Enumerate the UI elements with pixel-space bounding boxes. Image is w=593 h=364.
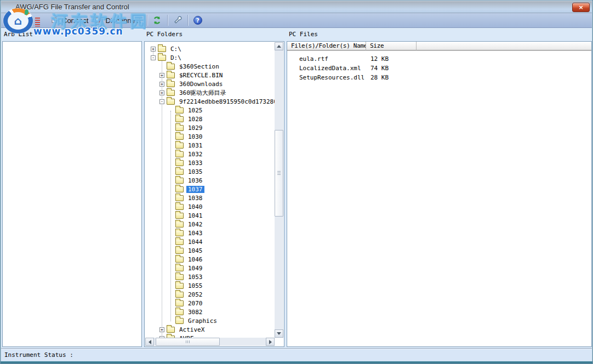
settings-button[interactable] [170,14,185,26]
tree-item-label: 1035 [186,168,204,175]
folder-icon [175,204,184,210]
tree-item[interactable]: 1055 [145,281,275,290]
tree-item-label: 1055 [186,282,204,289]
tree-item[interactable]: 1025 [145,106,275,115]
folder-icon [175,213,184,219]
tree-item[interactable]: - 9f2214edbbe8915950c0d173280581 [145,97,275,106]
tree-item[interactable]: 3082 [145,308,275,316]
tree-expander[interactable]: + [159,82,164,87]
folder-icon [175,292,184,298]
column-header-name[interactable]: File(s)/Folder(s) Name [287,42,366,50]
tree-item[interactable]: 1028 [145,115,275,123]
tree-item-label: ActiveX [178,326,206,333]
tree-item[interactable]: 1045 [145,246,275,255]
scroll-right-icon [269,340,272,344]
tree-item-label: 360Downloads [178,81,224,88]
tree-vertical-scrollbar[interactable] [275,42,283,338]
file-row[interactable]: LocalizedData.xml 74 KB [287,64,591,73]
help-button[interactable]: ? [191,14,205,26]
tree-item-label: 1036 [186,177,204,184]
folder-icon [175,221,184,228]
folder-icon [167,64,175,70]
folder-icon [175,230,184,236]
tree-item[interactable]: 1037 [145,185,275,194]
tree-item[interactable]: 1036 [145,176,275,185]
tree-expander[interactable]: - [159,99,164,104]
tree-item[interactable]: + AVRF [145,334,275,338]
file-name: LocalizedData.xml [287,65,366,72]
tree-item[interactable]: + 360Downloads [145,79,275,88]
tree-item[interactable]: 1038 [145,194,275,202]
title-bar[interactable]: AWG/AFG File Transfer and Control × [1,1,592,13]
scroll-up-button[interactable] [275,42,283,50]
tree-horizontal-scrollbar[interactable] [145,338,275,346]
arb-list-box[interactable] [2,41,142,347]
disconnect-icon [95,16,102,24]
pc-files-header: PC Files [289,31,318,38]
tree-item[interactable]: 1033 [145,158,275,167]
list-icon[interactable] [35,18,40,27]
tree-item[interactable]: 1031 [145,141,275,150]
tree-item-label: 1053 [186,274,204,281]
tree-expander[interactable]: + [159,90,164,95]
tree-item[interactable]: 1040 [145,202,275,211]
tree-item[interactable]: 2052 [145,290,275,299]
folder-icon [175,318,184,324]
file-row[interactable]: SetupResources.dll 28 KB [287,73,591,82]
connect-button[interactable]: Connect [48,14,92,26]
tree-expander[interactable]: + [159,327,164,332]
column-header-size[interactable]: Size [366,42,417,50]
tree-item-label: 1030 [186,133,204,140]
tree-item[interactable]: + ActiveX [145,325,275,334]
tree-item[interactable]: 1053 [145,272,275,281]
scroll-left-button[interactable] [145,338,154,346]
scroll-left-icon [149,340,151,344]
scroll-right-button[interactable] [266,338,275,346]
tree-item[interactable]: 2070 [145,299,275,308]
vertical-scroll-thumb[interactable] [275,130,283,217]
tree-item[interactable]: 1041 [145,211,275,220]
file-row[interactable]: eula.rtf 12 KB [287,54,591,64]
tree-expander[interactable]: - [151,55,156,60]
tree-expander[interactable]: + [151,47,156,52]
pc-folders-tree: + C:\ - D:\ $360Section + [144,41,284,347]
tree-item[interactable]: + 360驱动大师目录 [145,88,275,97]
tree-item[interactable]: 1046 [145,255,275,264]
tree-item[interactable]: 1043 [145,229,275,237]
tree-item[interactable]: + C:\ [145,44,275,53]
disconnect-button[interactable]: Disconnect [92,14,144,26]
tree-expander[interactable]: + [159,73,164,78]
tree-item[interactable]: 1029 [145,123,275,132]
column-header-empty[interactable] [417,42,591,50]
tree-item[interactable]: Graphics [145,316,275,325]
folder-icon [175,300,184,306]
tree-guide-line [170,111,171,321]
window-frame-bottom [1,361,592,363]
tree-item[interactable]: $360Section [145,62,275,71]
tree-item-label: 9f2214edbbe8915950c0d173280581 [178,98,275,105]
tree-item[interactable]: 1042 [145,220,275,229]
tree-item-label: 1031 [186,142,204,149]
file-size: 74 KB [366,65,417,72]
tree-item[interactable]: 1032 [145,150,275,158]
tree-item[interactable]: 1044 [145,237,275,246]
tree-item[interactable]: + $RECYCLE.BIN [145,71,275,79]
folder-icon [175,195,184,201]
tree-item[interactable]: - D:\ [145,53,275,62]
refresh-button[interactable] [150,14,164,26]
connect-icon [52,16,59,24]
tree-item-label: 1028 [186,116,204,123]
folder-icon [175,125,184,131]
horizontal-scroll-thumb[interactable] [156,338,220,346]
files-table-header: File(s)/Folder(s) Name Size [287,42,591,51]
folder-icon [175,134,184,140]
folder-icon [175,186,184,192]
tree-item[interactable]: 1049 [145,264,275,272]
tree-item[interactable]: 1030 [145,132,275,141]
toolbar: Connect Disconnect ? [1,13,592,28]
folder-icon [175,283,184,289]
tree-item[interactable]: 1035 [145,167,275,176]
close-button[interactable]: × [572,3,590,12]
scroll-down-button[interactable] [275,329,283,338]
folder-icon [158,46,166,52]
